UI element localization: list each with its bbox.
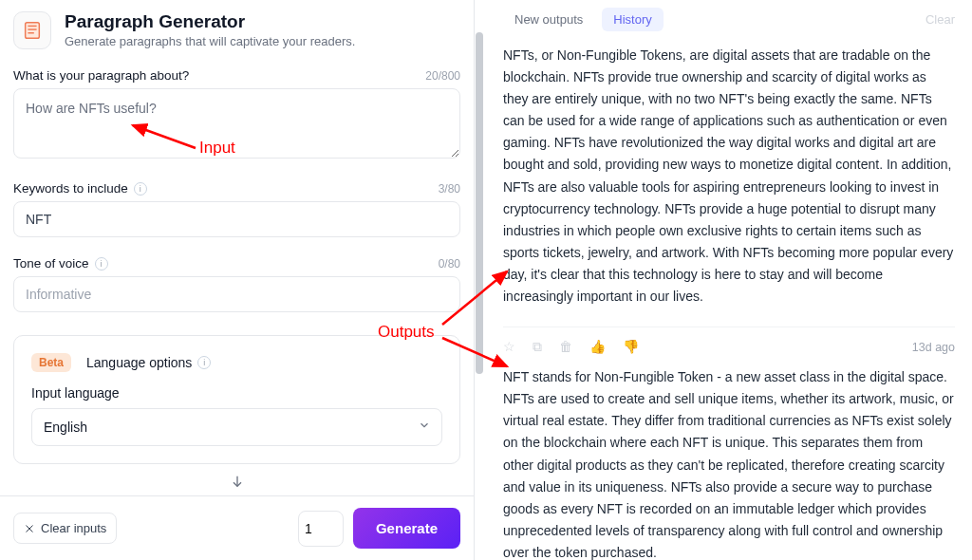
clear-outputs-link[interactable]: Clear [925,12,955,27]
tabs: New outputs History [503,8,664,31]
right-panel: New outputs History Clear NFTs, or Non-F… [475,0,972,560]
form-scroll: What is your paragraph about? 20/800 Key… [0,68,474,495]
language-options-header: Beta Language options i [31,353,442,372]
generate-button[interactable]: Generate [353,508,460,549]
copy-icon[interactable]: ⧉ [533,339,542,355]
keywords-counter: 3/80 [439,182,460,196]
tone-label-row: Tone of voice i 0/80 [13,256,460,271]
keywords-label: Keywords to include i [13,181,147,196]
thumbs-down-icon[interactable]: 👎 [623,339,639,355]
topic-counter: 20/800 [425,69,460,83]
app-icon [13,11,51,49]
tab-new-outputs[interactable]: New outputs [503,8,594,31]
beta-badge: Beta [31,353,71,372]
input-language-select-wrap: English [31,408,442,446]
output-actions-row: ☆ ⧉ 🗑 👍 👎 13d ago [503,327,955,355]
tone-input[interactable] [13,276,460,312]
topic-label: What is your paragraph about? [13,68,189,83]
info-icon[interactable]: i [134,182,147,196]
scrollbar-thumb[interactable] [476,32,483,374]
clear-inputs-button[interactable]: Clear inputs [13,513,117,544]
thumbs-up-icon[interactable]: 👍 [589,339,606,355]
left-panel: Paragraph Generator Generate paragraphs … [0,0,475,560]
page-title: Paragraph Generator [65,11,355,32]
info-icon[interactable]: i [197,356,211,369]
expand-arrow-icon[interactable] [13,464,460,495]
keywords-label-row: Keywords to include i 3/80 [13,181,460,196]
input-language-select[interactable]: English [31,408,442,446]
info-icon[interactable]: i [95,257,108,271]
outputs-list: NFTs, or Non-Fungible Tokens, are digita… [475,39,972,560]
output-count-input[interactable] [298,511,344,547]
input-language-label: Input language [31,385,442,401]
keywords-input[interactable] [13,201,460,237]
output-item[interactable]: NFTs, or Non-Fungible Tokens, are digita… [503,45,955,321]
language-options-title: Language options [86,355,192,370]
language-options-box: Beta Language options i Input language E… [13,335,460,464]
topic-textarea[interactable] [13,88,460,159]
page-subtitle: Generate paragraphs that will captivate … [65,34,355,48]
scrollbar[interactable] [475,32,484,560]
close-icon [24,523,35,534]
header: Paragraph Generator Generate paragraphs … [0,0,474,68]
tone-label: Tone of voice i [13,256,108,271]
tone-counter: 0/80 [439,257,460,271]
paragraph-icon [22,20,43,41]
header-text: Paragraph Generator Generate paragraphs … [65,11,355,48]
star-icon[interactable]: ☆ [503,339,515,355]
tab-history[interactable]: History [602,8,663,31]
delete-icon[interactable]: 🗑 [559,339,572,355]
footer-right: Generate [298,508,460,549]
output-timestamp: 13d ago [912,341,955,354]
tabs-row: New outputs History Clear [475,0,972,39]
topic-label-row: What is your paragraph about? 20/800 [13,68,460,83]
footer-bar: Clear inputs Generate [0,495,474,560]
svg-rect-0 [26,23,40,39]
output-item[interactable]: NFT stands for Non-Fungible Token - a ne… [503,355,955,560]
